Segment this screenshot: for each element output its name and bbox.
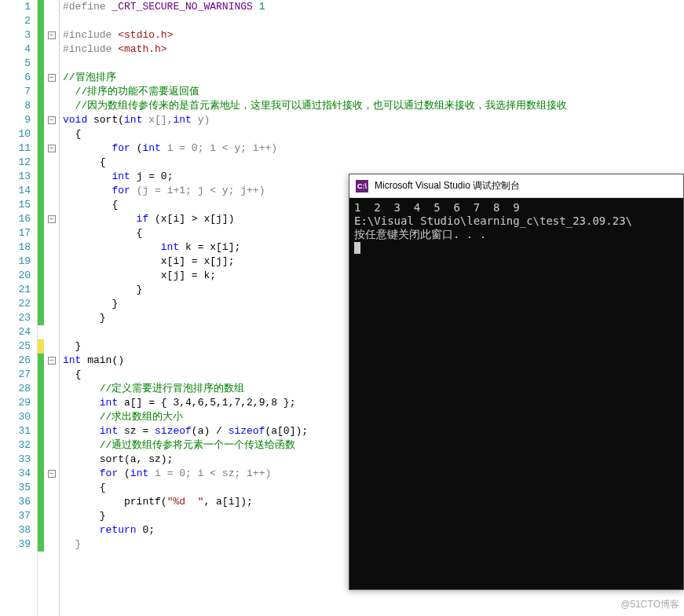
fold-minus-icon[interactable]: − bbox=[48, 116, 56, 124]
line-number: 1 bbox=[0, 0, 31, 14]
change-marker bbox=[38, 467, 44, 481]
fold-row bbox=[44, 495, 59, 509]
change-marker bbox=[38, 226, 44, 240]
token-brace: } bbox=[63, 538, 81, 550]
fold-row[interactable]: − bbox=[44, 113, 59, 127]
token-keyword: int bbox=[63, 170, 130, 182]
fold-minus-icon[interactable]: − bbox=[48, 215, 56, 223]
change-marker-strip bbox=[38, 0, 44, 616]
change-marker bbox=[38, 85, 44, 99]
token-param: x[], bbox=[142, 114, 173, 126]
token-comment: //通过数组传参将元素一个一个传送给函数 bbox=[63, 439, 295, 451]
change-marker bbox=[38, 410, 44, 424]
line-number: 19 bbox=[0, 255, 31, 269]
fold-row[interactable]: − bbox=[44, 141, 59, 156]
fold-minus-icon[interactable]: − bbox=[48, 357, 56, 365]
fold-row[interactable]: − bbox=[44, 354, 59, 368]
line-number: 6 bbox=[0, 71, 31, 85]
line-number: 36 bbox=[0, 495, 31, 509]
token: ( bbox=[130, 142, 143, 154]
fold-minus-icon[interactable]: − bbox=[48, 31, 56, 39]
fold-row bbox=[44, 481, 59, 495]
change-marker bbox=[38, 14, 44, 28]
token-brace: } bbox=[63, 510, 106, 522]
line-number: 4 bbox=[0, 42, 31, 57]
fold-row bbox=[44, 453, 59, 467]
fold-row bbox=[44, 198, 59, 212]
line-number: 7 bbox=[0, 85, 31, 99]
change-marker bbox=[38, 453, 44, 467]
line-number: 12 bbox=[0, 156, 31, 170]
console-title: Microsoft Visual Studio 调试控制台 bbox=[375, 179, 520, 192]
line-number-gutter: 1 2 3 4 5 6 7 8 9 10 11 12 13 14 15 16 1… bbox=[0, 0, 38, 616]
token-brace: { bbox=[63, 156, 106, 168]
change-marker bbox=[38, 240, 44, 255]
token-keyword: int bbox=[130, 468, 148, 479]
debug-console-window[interactable]: C:\ Microsoft Visual Studio 调试控制台 1 2 3 … bbox=[349, 174, 684, 590]
change-marker bbox=[38, 113, 44, 127]
token-fn: sort( bbox=[87, 114, 124, 126]
fold-row bbox=[44, 85, 59, 99]
fold-row bbox=[44, 523, 59, 537]
change-marker bbox=[38, 184, 44, 198]
change-marker bbox=[38, 339, 44, 354]
token-header: <stdio.h> bbox=[112, 29, 173, 41]
line-number: 34 bbox=[0, 467, 31, 481]
token: a[] = { 3,4,6,5,1,7,2,9,8 }; bbox=[118, 397, 295, 409]
token: sort(a, sz); bbox=[63, 453, 173, 465]
change-marker bbox=[38, 325, 44, 339]
line-number: 38 bbox=[0, 523, 31, 537]
line-number: 31 bbox=[0, 424, 31, 438]
token-include: #include bbox=[63, 29, 112, 41]
change-marker bbox=[38, 0, 44, 14]
fold-row[interactable]: − bbox=[44, 467, 59, 481]
fold-row[interactable]: − bbox=[44, 71, 59, 85]
console-titlebar[interactable]: C:\ Microsoft Visual Studio 调试控制台 bbox=[349, 174, 683, 198]
fold-row[interactable]: − bbox=[44, 212, 59, 226]
fold-row bbox=[44, 339, 59, 354]
token-brace: } bbox=[63, 284, 142, 295]
fold-row bbox=[44, 127, 59, 141]
line-number: 33 bbox=[0, 453, 31, 467]
change-marker bbox=[38, 481, 44, 495]
fold-row bbox=[44, 226, 59, 240]
token-brace: { bbox=[63, 199, 118, 211]
console-line: E:\Visual Studio\learning_c\test_23.09.2… bbox=[354, 214, 632, 227]
token-keyword: int bbox=[63, 241, 179, 253]
change-marker bbox=[38, 42, 44, 57]
fold-row bbox=[44, 255, 59, 269]
token: (a[0]); bbox=[265, 425, 308, 437]
change-marker bbox=[38, 269, 44, 283]
token: x[j] = k; bbox=[63, 270, 216, 281]
token: (x[i] > x[j]) bbox=[148, 213, 234, 225]
change-marker bbox=[38, 424, 44, 438]
token: i = 0; i < sz; i++) bbox=[148, 468, 271, 479]
token: sz = bbox=[118, 425, 155, 437]
fold-row bbox=[44, 410, 59, 424]
fold-minus-icon[interactable]: − bbox=[48, 145, 56, 152]
token-brace: } bbox=[63, 298, 118, 310]
fold-minus-icon[interactable]: − bbox=[48, 74, 56, 82]
token-brace: { bbox=[63, 128, 81, 140]
token-brace: { bbox=[63, 482, 106, 493]
fold-row[interactable]: − bbox=[44, 28, 59, 42]
change-marker bbox=[38, 198, 44, 212]
console-output[interactable]: 1 2 3 4 5 6 7 8 9 E:\Visual Studio\learn… bbox=[349, 198, 683, 589]
line-number: 26 bbox=[0, 354, 31, 368]
fold-row bbox=[44, 0, 59, 14]
line-number: 10 bbox=[0, 127, 31, 141]
token: printf( bbox=[63, 496, 167, 508]
token-fn: main() bbox=[81, 354, 124, 366]
token-include: #include bbox=[63, 43, 112, 55]
token-param: y) bbox=[192, 114, 210, 126]
fold-row bbox=[44, 283, 59, 297]
line-number: 15 bbox=[0, 198, 31, 212]
token-header: <math.h> bbox=[112, 43, 166, 55]
line-number: 8 bbox=[0, 99, 31, 113]
token-keyword: sizeof bbox=[155, 425, 192, 437]
token: (a) / bbox=[192, 425, 229, 437]
token: 0; bbox=[137, 524, 155, 536]
fold-minus-icon[interactable]: − bbox=[48, 470, 56, 478]
change-marker bbox=[38, 382, 44, 396]
line-number: 11 bbox=[0, 141, 31, 156]
